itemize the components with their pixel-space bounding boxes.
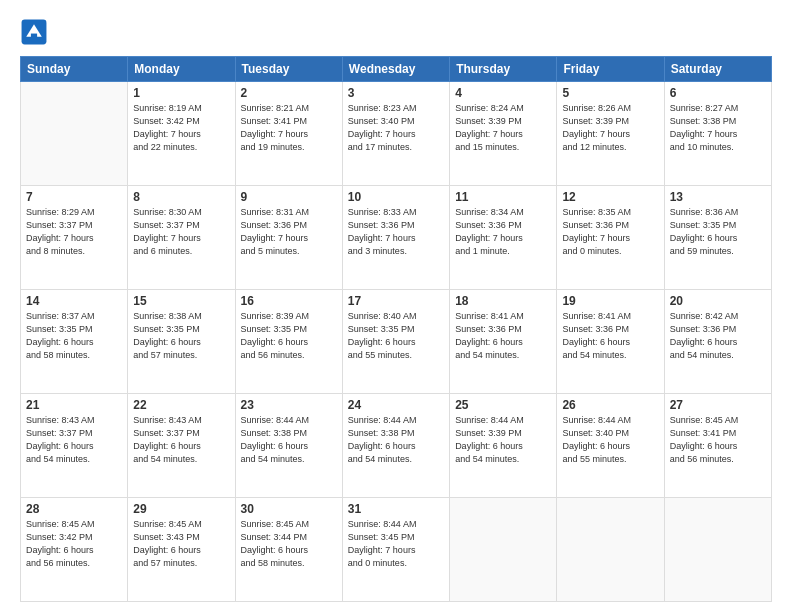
- calendar-cell: 21Sunrise: 8:43 AM Sunset: 3:37 PM Dayli…: [21, 394, 128, 498]
- calendar-cell: 28Sunrise: 8:45 AM Sunset: 3:42 PM Dayli…: [21, 498, 128, 602]
- calendar-week-row: 14Sunrise: 8:37 AM Sunset: 3:35 PM Dayli…: [21, 290, 772, 394]
- day-number: 17: [348, 294, 444, 308]
- day-info: Sunrise: 8:34 AM Sunset: 3:36 PM Dayligh…: [455, 206, 551, 258]
- day-number: 15: [133, 294, 229, 308]
- calendar-cell: 18Sunrise: 8:41 AM Sunset: 3:36 PM Dayli…: [450, 290, 557, 394]
- calendar-cell: 16Sunrise: 8:39 AM Sunset: 3:35 PM Dayli…: [235, 290, 342, 394]
- weekday-header: Wednesday: [342, 57, 449, 82]
- calendar-cell: 27Sunrise: 8:45 AM Sunset: 3:41 PM Dayli…: [664, 394, 771, 498]
- calendar-cell: 3Sunrise: 8:23 AM Sunset: 3:40 PM Daylig…: [342, 82, 449, 186]
- day-info: Sunrise: 8:41 AM Sunset: 3:36 PM Dayligh…: [562, 310, 658, 362]
- day-info: Sunrise: 8:39 AM Sunset: 3:35 PM Dayligh…: [241, 310, 337, 362]
- day-number: 13: [670, 190, 766, 204]
- day-info: Sunrise: 8:40 AM Sunset: 3:35 PM Dayligh…: [348, 310, 444, 362]
- day-number: 21: [26, 398, 122, 412]
- calendar-cell: 25Sunrise: 8:44 AM Sunset: 3:39 PM Dayli…: [450, 394, 557, 498]
- day-info: Sunrise: 8:44 AM Sunset: 3:45 PM Dayligh…: [348, 518, 444, 570]
- day-number: 2: [241, 86, 337, 100]
- day-number: 16: [241, 294, 337, 308]
- page-header: [20, 18, 772, 46]
- weekday-header: Friday: [557, 57, 664, 82]
- day-number: 23: [241, 398, 337, 412]
- day-info: Sunrise: 8:43 AM Sunset: 3:37 PM Dayligh…: [26, 414, 122, 466]
- day-info: Sunrise: 8:45 AM Sunset: 3:41 PM Dayligh…: [670, 414, 766, 466]
- day-number: 4: [455, 86, 551, 100]
- day-info: Sunrise: 8:44 AM Sunset: 3:40 PM Dayligh…: [562, 414, 658, 466]
- day-number: 5: [562, 86, 658, 100]
- weekday-header: Thursday: [450, 57, 557, 82]
- calendar-cell: 15Sunrise: 8:38 AM Sunset: 3:35 PM Dayli…: [128, 290, 235, 394]
- calendar-cell: 9Sunrise: 8:31 AM Sunset: 3:36 PM Daylig…: [235, 186, 342, 290]
- day-number: 11: [455, 190, 551, 204]
- weekday-header: Monday: [128, 57, 235, 82]
- day-info: Sunrise: 8:21 AM Sunset: 3:41 PM Dayligh…: [241, 102, 337, 154]
- day-number: 28: [26, 502, 122, 516]
- logo: [20, 18, 52, 46]
- day-info: Sunrise: 8:23 AM Sunset: 3:40 PM Dayligh…: [348, 102, 444, 154]
- day-number: 1: [133, 86, 229, 100]
- calendar-cell: 4Sunrise: 8:24 AM Sunset: 3:39 PM Daylig…: [450, 82, 557, 186]
- calendar-cell: 19Sunrise: 8:41 AM Sunset: 3:36 PM Dayli…: [557, 290, 664, 394]
- calendar-week-row: 28Sunrise: 8:45 AM Sunset: 3:42 PM Dayli…: [21, 498, 772, 602]
- day-info: Sunrise: 8:43 AM Sunset: 3:37 PM Dayligh…: [133, 414, 229, 466]
- calendar-cell: 1Sunrise: 8:19 AM Sunset: 3:42 PM Daylig…: [128, 82, 235, 186]
- day-info: Sunrise: 8:19 AM Sunset: 3:42 PM Dayligh…: [133, 102, 229, 154]
- day-number: 24: [348, 398, 444, 412]
- calendar-cell: 6Sunrise: 8:27 AM Sunset: 3:38 PM Daylig…: [664, 82, 771, 186]
- calendar-cell: 14Sunrise: 8:37 AM Sunset: 3:35 PM Dayli…: [21, 290, 128, 394]
- calendar-page: SundayMondayTuesdayWednesdayThursdayFrid…: [0, 0, 792, 612]
- day-info: Sunrise: 8:26 AM Sunset: 3:39 PM Dayligh…: [562, 102, 658, 154]
- day-info: Sunrise: 8:45 AM Sunset: 3:42 PM Dayligh…: [26, 518, 122, 570]
- day-info: Sunrise: 8:35 AM Sunset: 3:36 PM Dayligh…: [562, 206, 658, 258]
- day-info: Sunrise: 8:27 AM Sunset: 3:38 PM Dayligh…: [670, 102, 766, 154]
- day-info: Sunrise: 8:37 AM Sunset: 3:35 PM Dayligh…: [26, 310, 122, 362]
- day-number: 19: [562, 294, 658, 308]
- calendar-week-row: 7Sunrise: 8:29 AM Sunset: 3:37 PM Daylig…: [21, 186, 772, 290]
- day-number: 22: [133, 398, 229, 412]
- calendar-header-row: SundayMondayTuesdayWednesdayThursdayFrid…: [21, 57, 772, 82]
- day-number: 18: [455, 294, 551, 308]
- day-info: Sunrise: 8:30 AM Sunset: 3:37 PM Dayligh…: [133, 206, 229, 258]
- day-info: Sunrise: 8:42 AM Sunset: 3:36 PM Dayligh…: [670, 310, 766, 362]
- calendar-cell: 29Sunrise: 8:45 AM Sunset: 3:43 PM Dayli…: [128, 498, 235, 602]
- day-info: Sunrise: 8:44 AM Sunset: 3:39 PM Dayligh…: [455, 414, 551, 466]
- calendar-cell: 31Sunrise: 8:44 AM Sunset: 3:45 PM Dayli…: [342, 498, 449, 602]
- calendar-cell: 11Sunrise: 8:34 AM Sunset: 3:36 PM Dayli…: [450, 186, 557, 290]
- calendar-week-row: 21Sunrise: 8:43 AM Sunset: 3:37 PM Dayli…: [21, 394, 772, 498]
- day-info: Sunrise: 8:36 AM Sunset: 3:35 PM Dayligh…: [670, 206, 766, 258]
- weekday-header: Tuesday: [235, 57, 342, 82]
- day-number: 20: [670, 294, 766, 308]
- calendar-cell: 5Sunrise: 8:26 AM Sunset: 3:39 PM Daylig…: [557, 82, 664, 186]
- weekday-header: Saturday: [664, 57, 771, 82]
- day-number: 8: [133, 190, 229, 204]
- calendar-cell: 2Sunrise: 8:21 AM Sunset: 3:41 PM Daylig…: [235, 82, 342, 186]
- calendar-cell: 13Sunrise: 8:36 AM Sunset: 3:35 PM Dayli…: [664, 186, 771, 290]
- day-info: Sunrise: 8:24 AM Sunset: 3:39 PM Dayligh…: [455, 102, 551, 154]
- day-info: Sunrise: 8:33 AM Sunset: 3:36 PM Dayligh…: [348, 206, 444, 258]
- day-number: 30: [241, 502, 337, 516]
- calendar-cell: 20Sunrise: 8:42 AM Sunset: 3:36 PM Dayli…: [664, 290, 771, 394]
- calendar-cell: 7Sunrise: 8:29 AM Sunset: 3:37 PM Daylig…: [21, 186, 128, 290]
- day-info: Sunrise: 8:31 AM Sunset: 3:36 PM Dayligh…: [241, 206, 337, 258]
- calendar-table: SundayMondayTuesdayWednesdayThursdayFrid…: [20, 56, 772, 602]
- calendar-cell: 10Sunrise: 8:33 AM Sunset: 3:36 PM Dayli…: [342, 186, 449, 290]
- day-info: Sunrise: 8:45 AM Sunset: 3:43 PM Dayligh…: [133, 518, 229, 570]
- calendar-cell: [21, 82, 128, 186]
- day-info: Sunrise: 8:29 AM Sunset: 3:37 PM Dayligh…: [26, 206, 122, 258]
- calendar-cell: 30Sunrise: 8:45 AM Sunset: 3:44 PM Dayli…: [235, 498, 342, 602]
- day-number: 3: [348, 86, 444, 100]
- day-info: Sunrise: 8:38 AM Sunset: 3:35 PM Dayligh…: [133, 310, 229, 362]
- calendar-cell: [664, 498, 771, 602]
- svg-rect-2: [31, 34, 37, 42]
- calendar-cell: [450, 498, 557, 602]
- day-number: 14: [26, 294, 122, 308]
- calendar-cell: 17Sunrise: 8:40 AM Sunset: 3:35 PM Dayli…: [342, 290, 449, 394]
- calendar-cell: 23Sunrise: 8:44 AM Sunset: 3:38 PM Dayli…: [235, 394, 342, 498]
- day-number: 7: [26, 190, 122, 204]
- day-number: 26: [562, 398, 658, 412]
- day-info: Sunrise: 8:41 AM Sunset: 3:36 PM Dayligh…: [455, 310, 551, 362]
- day-number: 31: [348, 502, 444, 516]
- day-number: 10: [348, 190, 444, 204]
- day-number: 12: [562, 190, 658, 204]
- calendar-cell: [557, 498, 664, 602]
